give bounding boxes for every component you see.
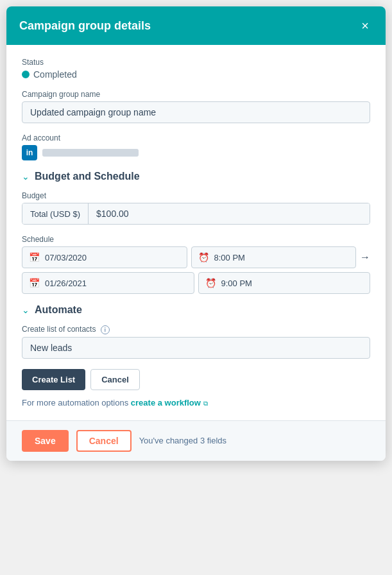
status-field: Status Completed <box>22 58 370 80</box>
changed-fields-text: You've changed 3 fields <box>139 436 226 445</box>
budget-row: Total (USD $) <box>22 203 370 225</box>
linkedin-icon: in <box>22 145 37 160</box>
automate-title: Automate <box>35 304 82 316</box>
modal-body: Status Completed Campaign group name Ad … <box>6 45 386 420</box>
info-icon[interactable]: i <box>101 325 110 334</box>
modal-title: Campaign group details <box>19 19 151 33</box>
calendar-icon: 📅 <box>29 252 40 262</box>
ad-account-label: Ad account <box>22 133 370 142</box>
create-workflow-link[interactable]: create a workflow <box>131 398 201 408</box>
external-link-icon: ⧉ <box>203 400 208 407</box>
calendar-icon-end: 📅 <box>29 278 40 288</box>
schedule-start-row: 📅 07/03/2020 ⏰ 8:00 PM → <box>22 246 370 268</box>
automation-note: For more automation options create a wor… <box>22 398 370 408</box>
contacts-input[interactable] <box>22 337 370 359</box>
end-time-value: 9:00 PM <box>221 279 252 288</box>
contacts-label: Create list of contacts i <box>22 325 370 334</box>
automate-cancel-button[interactable]: Cancel <box>90 369 140 390</box>
ad-account-row: in <box>22 145 370 160</box>
budget-schedule-section-header: ⌄ Budget and Schedule <box>22 171 370 182</box>
clock-icon-end: ⏰ <box>205 278 216 288</box>
campaign-group-modal: Campaign group details × Status Complete… <box>6 6 386 461</box>
footer-cancel-button[interactable]: Cancel <box>76 430 132 452</box>
modal-footer: Save Cancel You've changed 3 fields <box>6 420 386 461</box>
ad-account-blurred-name <box>42 149 139 157</box>
status-dot-icon <box>22 71 30 78</box>
end-date-input[interactable]: 📅 01/26/2021 <box>22 272 194 294</box>
ad-account-field: Ad account in <box>22 133 370 160</box>
schedule-arrow-icon: → <box>360 252 370 263</box>
start-time-input[interactable]: ⏰ 8:00 PM <box>191 246 357 268</box>
automate-section-header: ⌄ Automate <box>22 304 370 316</box>
automate-chevron-icon[interactable]: ⌄ <box>22 305 30 315</box>
schedule-field: Schedule 📅 07/03/2020 ⏰ 8:00 PM → 📅 01/2… <box>22 235 370 294</box>
budget-type-cell: Total (USD $) <box>22 203 89 224</box>
budget-label: Budget <box>22 191 370 200</box>
budget-schedule-title: Budget and Schedule <box>35 171 140 182</box>
save-button[interactable]: Save <box>22 430 69 452</box>
create-list-btn-row: Create List Cancel <box>22 369 370 390</box>
contacts-field: Create list of contacts i <box>22 325 370 359</box>
end-date-value: 01/26/2021 <box>45 279 87 288</box>
end-time-input[interactable]: ⏰ 9:00 PM <box>198 272 371 294</box>
start-date-input[interactable]: 📅 07/03/2020 <box>22 246 187 268</box>
status-value: Completed <box>33 69 77 80</box>
budget-value-input[interactable] <box>89 203 370 224</box>
budget-schedule-chevron-icon[interactable]: ⌄ <box>22 171 30 182</box>
schedule-label: Schedule <box>22 235 370 244</box>
campaign-group-name-label: Campaign group name <box>22 90 370 99</box>
clock-icon-start: ⏰ <box>198 252 209 262</box>
status-label: Status <box>22 58 370 67</box>
automation-note-prefix: For more automation options <box>22 398 131 408</box>
modal-header: Campaign group details × <box>6 6 386 45</box>
start-time-value: 8:00 PM <box>214 253 245 262</box>
schedule-end-row: 📅 01/26/2021 ⏰ 9:00 PM <box>22 272 370 294</box>
budget-field: Budget Total (USD $) <box>22 191 370 225</box>
campaign-group-name-input[interactable] <box>22 101 370 123</box>
start-date-value: 07/03/2020 <box>45 253 87 262</box>
create-list-button[interactable]: Create List <box>22 369 85 390</box>
campaign-group-name-field: Campaign group name <box>22 90 370 123</box>
status-row: Completed <box>22 69 370 80</box>
close-button[interactable]: × <box>357 18 373 33</box>
